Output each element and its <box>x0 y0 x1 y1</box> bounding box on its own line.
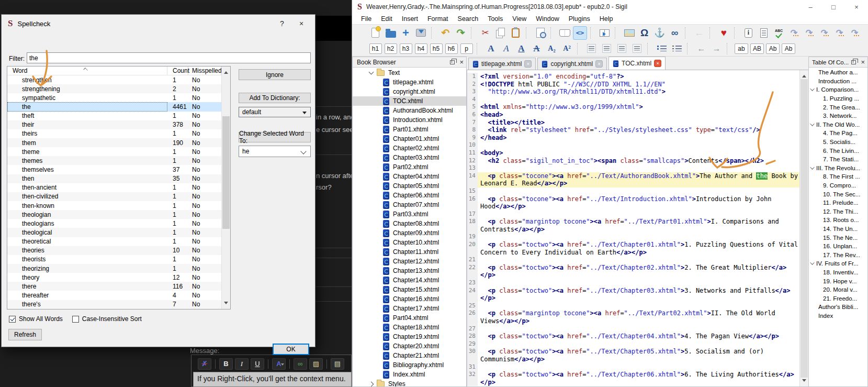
code-text[interactable]: <!DOCTYPE html PUBLIC "-//W3C//DTD XHTML… <box>478 81 799 89</box>
underline-button[interactable]: A <box>514 42 528 56</box>
word-row-theirs[interactable]: theirs1No <box>7 129 221 138</box>
word-row-then[interactable]: then35No <box>7 174 221 183</box>
bold-button[interactable]: A <box>484 42 498 56</box>
code-text[interactable] <box>478 233 799 241</box>
close-button[interactable]: × <box>845 0 868 14</box>
word-row-theologians[interactable]: theologians1No <box>7 219 221 228</box>
toc-item-3-network[interactable]: 3. Network... <box>809 112 867 120</box>
word-row-there[interactable]: there116No <box>7 282 221 291</box>
file-bibliography-xhtml[interactable]: Bibliography.xhtml <box>353 360 466 370</box>
ok-button[interactable]: OK <box>273 344 309 355</box>
word-row-then-ancient[interactable]: then-ancient1No <box>7 183 221 192</box>
scroll-up-icon[interactable] <box>224 69 228 74</box>
heading-1-button[interactable]: h1 <box>368 42 382 56</box>
italic-button[interactable]: A <box>499 42 513 56</box>
toc-item-7-the-stati[interactable]: 7. The Stati... <box>809 155 867 164</box>
copy-button[interactable] <box>493 26 508 40</box>
close-panel-icon[interactable]: × <box>861 60 865 65</box>
uppercase-button[interactable]: AB <box>750 42 764 56</box>
file-chapter07-xhtml[interactable]: Chapter07.xhtml <box>353 200 466 209</box>
menu-file[interactable]: File <box>356 15 376 23</box>
italic-icon[interactable]: I <box>235 358 249 370</box>
word-row-theologian[interactable]: theologian1No <box>7 210 221 219</box>
code-text[interactable] <box>478 164 799 172</box>
message-input[interactable]: If you Right-Click, you'll get the conte… <box>193 372 352 387</box>
float-panel-icon[interactable] <box>450 60 455 64</box>
code-text[interactable] <box>478 340 799 348</box>
dictionary-select[interactable]: default <box>239 107 311 117</box>
chevron-down-icon[interactable] <box>810 261 814 265</box>
align-justify-button[interactable] <box>630 42 644 56</box>
word-row-their[interactable]: their378No <box>7 120 221 129</box>
file-chapter15-xhtml[interactable]: Chapter15.xhtml <box>353 285 466 294</box>
code-text[interactable]: <p class="toctwo"><a href="../Text/Chapt… <box>478 241 799 256</box>
toc-item-ii-the-old-wo[interactable]: II. The Old Wo... <box>809 120 867 129</box>
ignore-button[interactable]: Ignore <box>239 69 311 80</box>
spell-tool-2-button[interactable]: ↷ <box>802 26 816 40</box>
close-button[interactable]: × <box>294 19 309 28</box>
case-insensitive-sort-checkbox[interactable] <box>72 316 79 323</box>
code-text[interactable]: <?xml version="1.0" encoding="utf-8"?> <box>478 73 799 81</box>
code-text[interactable]: <p class="margintop tocone"><a href="../… <box>478 218 799 233</box>
menu-plugins[interactable]: Plugins <box>564 15 595 23</box>
change-selected-word-button[interactable]: Change Selected Word To: <box>239 132 311 142</box>
code-text[interactable] <box>478 96 799 104</box>
strikethrough-button[interactable]: A <box>529 42 544 56</box>
scroll-up-icon[interactable] <box>802 73 806 78</box>
file-chapter20-xhtml[interactable]: Chapter20.xhtml <box>353 341 466 351</box>
align-left-button[interactable] <box>584 42 599 56</box>
file-part03-xhtml[interactable]: Part03.xhtml <box>353 209 466 219</box>
code-text[interactable]: <p class="tocone"><a href="../Text/Intro… <box>478 195 799 211</box>
menu-search[interactable]: Search <box>453 15 483 23</box>
bullet-list-button[interactable] <box>655 42 669 56</box>
toc-item-18-inventiv[interactable]: 18. Inventiv... <box>809 268 867 277</box>
word-row-theorists[interactable]: theorists1No <box>7 255 221 264</box>
word-row-theory[interactable]: theory12No <box>7 273 221 282</box>
toc-item-4-the-pag[interactable]: 4. The Pag... <box>809 129 867 138</box>
metadata-info-button[interactable]: i <box>741 26 756 40</box>
column-misspelled[interactable]: Misspelled? <box>188 67 221 75</box>
code-text[interactable]: <link rel="stylesheet" href="../Styles/s… <box>478 126 799 134</box>
word-row-then-civilized[interactable]: then-civilized1No <box>7 192 221 201</box>
word-row-sympathetic[interactable]: sympathetic1No <box>7 93 221 102</box>
folder-styles[interactable]: Styles <box>353 379 466 386</box>
insert-link-icon[interactable]: ∞ <box>294 358 307 370</box>
toc-item-10-the-sec[interactable]: 10. The Sec... <box>809 190 867 198</box>
metadata-editor-button[interactable] <box>757 26 771 40</box>
menu-insert[interactable]: Insert <box>397 15 423 23</box>
toc-item-6-the-livin[interactable]: 6. The Livin... <box>809 146 867 155</box>
chevron-right-icon[interactable] <box>369 381 374 386</box>
heading-2-button[interactable]: h2 <box>384 42 398 56</box>
file-chapter19-xhtml[interactable]: Chapter19.xhtml <box>353 332 466 341</box>
numbered-list-button[interactable] <box>670 42 684 56</box>
toc-item-15-the-ne[interactable]: 15. The Ne... <box>809 233 867 242</box>
tab-toc-xhtml[interactable]: TOC.xhtml× <box>608 57 666 70</box>
editor-scrollbar[interactable] <box>799 70 808 386</box>
book-view-button[interactable] <box>558 26 572 40</box>
undo-button[interactable]: ↶ <box>438 26 453 40</box>
word-row-thereafter[interactable]: thereafter4No <box>7 291 221 300</box>
close-panel-icon[interactable]: × <box>459 60 464 65</box>
heading-6-button[interactable]: h6 <box>444 42 458 56</box>
file-chapter03-xhtml[interactable]: Chapter03.xhtml <box>353 153 466 162</box>
tab-close-icon[interactable]: × <box>595 60 603 68</box>
code-text[interactable] <box>478 325 799 333</box>
change-word-combo[interactable]: he <box>239 146 311 157</box>
open-file-button[interactable] <box>384 26 398 40</box>
code-text[interactable]: <p class="tocone"><a href="../Text/Autho… <box>478 172 799 187</box>
file-chapter18-xhtml[interactable]: Chapter18.xhtml <box>353 323 466 332</box>
help-button[interactable]: ? <box>275 19 289 28</box>
file-chapter14-xhtml[interactable]: Chapter14.xhtml <box>353 275 466 285</box>
word-row-them[interactable]: them190No <box>7 138 221 147</box>
file-titlepage-xhtml[interactable]: titlepage.xhtml <box>353 78 466 87</box>
code-text[interactable] <box>478 187 799 195</box>
toc-item-12-the-thi[interactable]: 12. The Thi... <box>809 207 867 216</box>
chevron-down-icon[interactable] <box>810 121 814 126</box>
sigil-titlebar[interactable]: S Weaver,Henry,Grady.-.The.Mainspring.of… <box>352 0 868 14</box>
menu-help[interactable]: Help <box>595 15 618 23</box>
code-text[interactable]: <html xmlns="http://www.w3.org/1999/xhtm… <box>478 103 799 111</box>
toc-item-14-the-un[interactable]: 14. The Un... <box>809 225 867 234</box>
scroll-down-icon[interactable] <box>802 379 806 384</box>
titlecase-button[interactable]: Ab <box>765 42 780 56</box>
code-text[interactable]: <h2 class="sigil_not_in_toc"><span class… <box>478 157 799 165</box>
